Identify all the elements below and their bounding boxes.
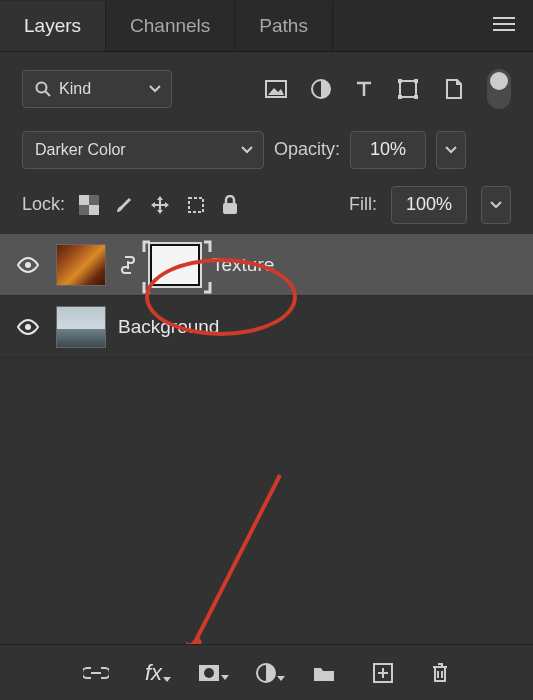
layer-row[interactable]: Background — [0, 296, 533, 358]
adjustment-icon — [311, 79, 331, 99]
svg-rect-14 — [223, 203, 237, 214]
new-adjustment-layer-button[interactable] — [256, 663, 276, 683]
layer-thumbnail[interactable] — [56, 306, 106, 348]
filter-shape-layers[interactable] — [397, 78, 419, 100]
filter-type-label: Kind — [59, 80, 91, 98]
tab-channels[interactable]: Channels — [106, 1, 235, 51]
new-group-button[interactable] — [312, 664, 336, 682]
move-lock-icon — [149, 194, 171, 216]
lock-position-button[interactable] — [149, 194, 171, 216]
link-layers-button[interactable] — [83, 665, 109, 681]
delete-layer-icon — [430, 662, 450, 684]
menu-icon — [493, 17, 515, 31]
visibility-toggle[interactable] — [12, 257, 44, 273]
brush-lock-icon — [113, 194, 135, 216]
link-mask-indicator[interactable] — [118, 254, 138, 276]
svg-rect-6 — [414, 79, 418, 83]
smart-object-icon — [443, 78, 463, 100]
filter-smart-objects[interactable] — [443, 78, 463, 100]
filter-pixel-layers[interactable] — [265, 80, 287, 98]
svg-rect-9 — [79, 195, 89, 205]
search-icon — [35, 81, 51, 97]
svg-rect-8 — [414, 95, 418, 99]
layer-style-button[interactable]: fx — [145, 660, 162, 686]
svg-rect-5 — [398, 79, 402, 83]
link-icon — [83, 665, 109, 681]
blend-opacity-row: Darker Color Opacity: 10% — [0, 118, 533, 176]
layer-list: Texture Background — [0, 234, 533, 358]
layer-thumbnail[interactable] — [56, 244, 106, 286]
svg-rect-10 — [89, 205, 99, 215]
lock-all-icon — [221, 195, 239, 215]
svg-point-0 — [37, 82, 47, 92]
new-layer-button[interactable] — [372, 662, 394, 684]
layer-mask-icon — [198, 664, 220, 682]
lock-pixels-button[interactable] — [113, 194, 135, 216]
filter-row: Kind — [0, 60, 533, 118]
lock-all-button[interactable] — [221, 195, 239, 215]
blend-mode-value: Darker Color — [35, 141, 126, 159]
fill-label[interactable]: Fill: — [349, 194, 377, 215]
svg-marker-2 — [268, 88, 284, 95]
visibility-toggle[interactable] — [12, 319, 44, 335]
link-icon — [120, 254, 136, 276]
svg-rect-7 — [398, 95, 402, 99]
filter-adjustment-layers[interactable] — [311, 79, 331, 99]
opacity-label[interactable]: Opacity: — [274, 139, 340, 160]
lock-transparency-button[interactable] — [79, 195, 99, 215]
chevron-down-icon — [241, 146, 253, 154]
filter-type-dropdown[interactable]: Kind — [22, 70, 172, 108]
svg-point-15 — [25, 262, 31, 268]
add-mask-button[interactable] — [198, 664, 220, 682]
svg-point-20 — [204, 668, 214, 678]
fill-dropdown[interactable] — [481, 186, 511, 224]
opacity-value-input[interactable]: 10% — [350, 131, 426, 169]
svg-point-16 — [25, 324, 31, 330]
opacity-dropdown[interactable] — [436, 131, 466, 169]
filter-toggle[interactable] — [487, 69, 511, 109]
lock-fill-row: Lock: Fill: 100% — [0, 176, 533, 234]
svg-line-17 — [192, 475, 280, 648]
filter-type-layers[interactable] — [355, 80, 373, 98]
transparency-lock-icon — [79, 195, 99, 215]
layers-panel: Layers Channels Paths Kind — [0, 0, 533, 700]
panel-menu-button[interactable] — [475, 17, 533, 34]
visibility-icon — [17, 319, 39, 335]
delete-layer-button[interactable] — [430, 662, 450, 684]
panel-tabs: Layers Channels Paths — [0, 0, 533, 52]
fill-value-input[interactable]: 100% — [391, 186, 467, 224]
image-icon — [265, 80, 287, 98]
svg-rect-11 — [89, 195, 99, 205]
tab-layers[interactable]: Layers — [0, 1, 106, 51]
lock-label: Lock: — [22, 194, 65, 215]
shape-icon — [397, 78, 419, 100]
svg-rect-13 — [189, 198, 203, 212]
blend-mode-dropdown[interactable]: Darker Color — [22, 131, 264, 169]
tab-paths[interactable]: Paths — [235, 1, 333, 51]
layer-mask-thumbnail[interactable] — [150, 244, 200, 286]
artboard-lock-icon — [185, 194, 207, 216]
layer-name[interactable]: Texture — [212, 254, 274, 276]
lock-artboard-button[interactable] — [185, 194, 207, 216]
svg-rect-4 — [400, 81, 416, 97]
layer-panel-footer: fx — [0, 644, 533, 700]
chevron-down-icon — [149, 85, 161, 93]
new-adjustment-layer-icon — [256, 663, 276, 683]
annotation-arrow — [180, 470, 300, 663]
chevron-down-icon — [490, 201, 502, 209]
layer-row[interactable]: Texture — [0, 234, 533, 296]
layer-name[interactable]: Background — [118, 316, 219, 338]
svg-rect-12 — [79, 205, 89, 215]
new-layer-icon — [372, 662, 394, 684]
chevron-down-icon — [445, 146, 457, 154]
new-group-icon — [312, 664, 336, 682]
visibility-icon — [17, 257, 39, 273]
type-icon — [355, 80, 373, 98]
